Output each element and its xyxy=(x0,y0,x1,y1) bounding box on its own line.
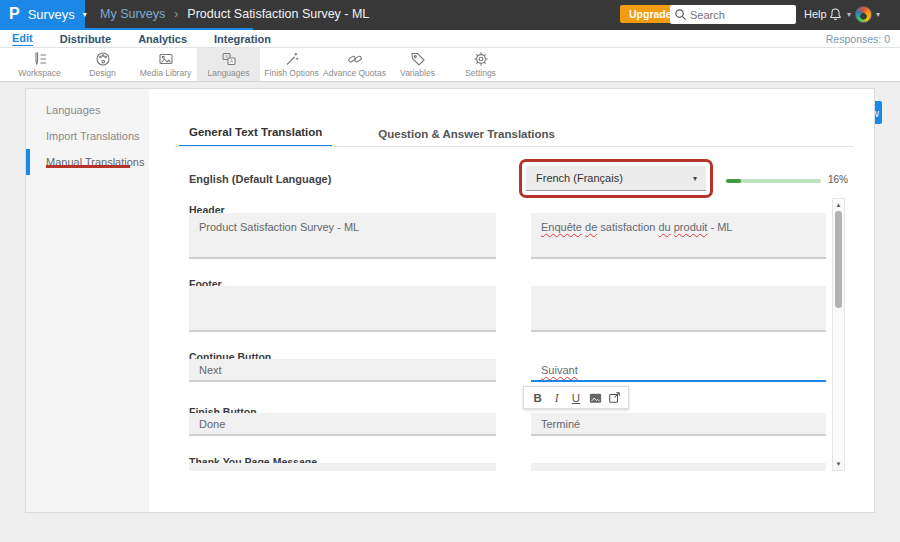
notifications-button[interactable]: ▾ xyxy=(828,0,851,28)
underline-button[interactable]: U xyxy=(568,389,584,406)
external-link-icon xyxy=(608,391,621,404)
target-language-select[interactable]: French (Français) ▾ xyxy=(526,166,706,191)
nav-tab-distribute[interactable]: Distribute xyxy=(60,33,111,45)
app-screen: P Surveys ▾ My Surveys › Product Satisfa… xyxy=(0,0,900,542)
scroll-up-icon[interactable]: ▲ xyxy=(833,202,844,208)
bell-icon xyxy=(828,7,843,22)
scrollbar-thumb[interactable] xyxy=(835,211,842,308)
toolbar-item-label: Advance Quotas xyxy=(323,68,386,78)
toolbar-item-label: Design xyxy=(89,68,115,78)
product-menu[interactable]: P Surveys ▾ xyxy=(0,0,85,28)
toolbar-item-workspace[interactable]: Workspace xyxy=(8,48,71,81)
tab-question-answer-translations[interactable]: Question & Answer Translations xyxy=(368,128,565,147)
search-input[interactable] xyxy=(690,5,792,24)
vertical-scrollbar[interactable]: ▲ ▼ xyxy=(832,198,845,471)
annotation-red-underline xyxy=(46,165,130,168)
target-language-value: French (Français) xyxy=(536,172,623,184)
help-link[interactable]: Help xyxy=(804,0,827,28)
thank-you-translation-textarea[interactable] xyxy=(531,463,826,471)
chevron-down-icon: ▾ xyxy=(876,10,880,19)
nav-tab-analytics[interactable]: Analytics xyxy=(138,33,187,45)
workspace-icon xyxy=(32,51,48,67)
footer-translation-textarea[interactable] xyxy=(531,286,826,332)
translation-progress-bar xyxy=(726,179,821,183)
continue-source-input[interactable]: Next xyxy=(189,359,496,382)
media-library-icon xyxy=(158,51,174,67)
breadcrumb: My Surveys › Product Satisfaction Survey… xyxy=(100,0,369,28)
source-language-label: English (Default Language) xyxy=(189,173,331,185)
italic-button[interactable]: I xyxy=(549,389,565,406)
finish-source-input[interactable]: Done xyxy=(189,413,496,436)
toolbar-item-label: Finish Options xyxy=(264,68,318,78)
translation-progress-fill xyxy=(726,179,741,183)
languages-panel: Languages Import Translations Manual Tra… xyxy=(25,88,875,513)
chevron-down-icon: ▾ xyxy=(83,10,87,19)
sidebar-item-import-translations[interactable]: Import Translations xyxy=(26,123,149,149)
header-source-textarea[interactable]: Product Satisfaction Survey - ML xyxy=(189,213,496,259)
translation-progress-percent: 16% xyxy=(828,174,848,185)
toolbar-item-label: Languages xyxy=(207,68,249,78)
settings-icon xyxy=(473,51,489,67)
toolbar-item-label: Variables xyxy=(400,68,435,78)
toolbar-item-advance-quotas[interactable]: Advance Quotas xyxy=(323,48,386,81)
footer-source-textarea[interactable] xyxy=(189,286,496,332)
breadcrumb-survey-title: Product Satisfaction Survey - ML xyxy=(187,7,369,21)
chevron-down-icon: ▾ xyxy=(847,10,851,19)
image-icon xyxy=(589,392,602,404)
product-menu-label: Surveys xyxy=(28,7,75,22)
breadcrumb-separator-icon: › xyxy=(174,7,178,21)
advance-quotas-icon xyxy=(347,51,363,67)
svg-text:A: A xyxy=(229,59,232,64)
responses-count[interactable]: Responses: 0 xyxy=(826,30,890,48)
translation-tabs: General Text Translation Question & Answ… xyxy=(179,89,565,147)
design-icon xyxy=(95,51,111,67)
continue-translation-input[interactable]: Suivant xyxy=(531,359,826,382)
edit-toolbar: Workspace Design Media Library xA Langua… xyxy=(0,48,900,82)
global-search xyxy=(670,5,796,24)
rich-text-toolbar: B I U xyxy=(523,386,629,409)
languages-sidebar: Languages Import Translations Manual Tra… xyxy=(26,89,149,512)
toolbar-item-design[interactable]: Design xyxy=(71,48,134,81)
breadcrumb-my-surveys[interactable]: My Surveys xyxy=(100,7,165,21)
toolbar-item-settings[interactable]: Settings xyxy=(449,48,512,81)
toolbar-item-finish-options[interactable]: Finish Options xyxy=(260,48,323,81)
insert-link-button[interactable] xyxy=(606,389,622,406)
avatar xyxy=(855,6,872,23)
toolbar-item-languages[interactable]: xA Languages xyxy=(197,48,260,81)
chevron-down-icon: ▾ xyxy=(693,174,697,183)
scroll-down-icon[interactable]: ▼ xyxy=(833,461,844,467)
thank-you-source-textarea[interactable] xyxy=(189,463,496,471)
bold-button[interactable]: B xyxy=(530,389,546,406)
survey-nav: Edit Distribute Analytics Integration Re… xyxy=(0,30,900,48)
insert-image-button[interactable] xyxy=(587,389,603,406)
tab-general-text-translation[interactable]: General Text Translation xyxy=(179,126,332,147)
topbar: P Surveys ▾ My Surveys › Product Satisfa… xyxy=(0,0,900,30)
manual-translations-main: General Text Translation Question & Answ… xyxy=(149,89,874,512)
questionpro-logo-icon: P xyxy=(9,5,20,23)
sidebar-item-manual-translations[interactable]: Manual Translations xyxy=(26,149,149,175)
sidebar-item-languages[interactable]: Languages xyxy=(26,97,149,123)
toolbar-items: Workspace Design Media Library xA Langua… xyxy=(0,48,900,81)
language-selector-row: English (Default Language) French (Franç… xyxy=(149,147,874,198)
toolbar-item-variables[interactable]: Variables xyxy=(386,48,449,81)
account-menu[interactable]: ▾ xyxy=(855,0,880,28)
header-translation-textarea[interactable]: Enquête de satisfaction du produit - ML xyxy=(531,213,826,259)
toolbar-item-label: Media Library xyxy=(140,68,192,78)
toolbar-item-label: Workspace xyxy=(18,68,60,78)
nav-tab-edit[interactable]: Edit xyxy=(12,32,33,46)
finish-translation-input[interactable]: Terminé xyxy=(531,413,826,436)
search-icon xyxy=(674,8,687,21)
languages-icon: xA xyxy=(221,51,237,67)
translation-fields-scroll-area: Header Product Satisfaction Survey - ML … xyxy=(149,198,874,471)
nav-tab-integration[interactable]: Integration xyxy=(214,33,271,45)
toolbar-item-label: Settings xyxy=(465,68,496,78)
finish-options-icon xyxy=(284,51,300,67)
toolbar-item-media-library[interactable]: Media Library xyxy=(134,48,197,81)
variables-icon xyxy=(410,51,426,67)
